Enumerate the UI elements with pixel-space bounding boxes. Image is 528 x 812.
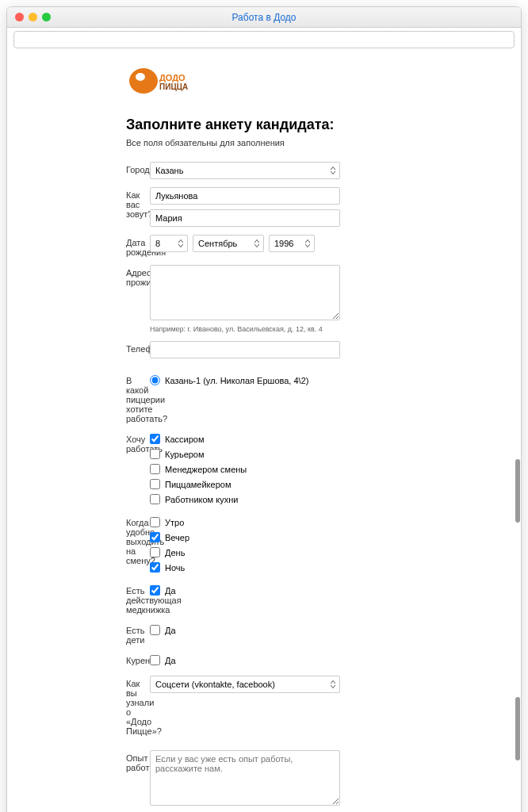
lastname-input[interactable] (150, 187, 340, 205)
shift-check-2[interactable] (150, 532, 160, 542)
source-select[interactable]: Соцсети (vkontakte, facebook) (150, 676, 340, 693)
medbook-option[interactable]: Да (150, 583, 340, 598)
phone-input[interactable] (150, 341, 340, 358)
label-pizzeria: В какой пиццерии хотите работать? (31, 373, 150, 423)
pizzeria-option-1[interactable]: Казань-1 (ул. Николая Ершова, 4\2) (150, 373, 340, 388)
scrollbar-thumb[interactable] (515, 697, 520, 760)
role-check-4[interactable] (150, 479, 160, 489)
label-source: Как вы узнали о «Додо Пицце»? (31, 676, 150, 736)
label-address: Адрес проживания (31, 265, 150, 287)
label-smoke: Курение (31, 653, 150, 665)
browser-window: Работа в Додо ДОДОПИЦЦА Заполните анкету… (6, 6, 522, 812)
label-dob: Дата рождения (31, 235, 150, 257)
label-name: Как вас зовут? (31, 187, 150, 219)
label-phone: Телефон (31, 341, 150, 354)
scrollbar-thumb[interactable] (515, 459, 520, 523)
role-check-3[interactable] (150, 464, 160, 474)
url-bar[interactable] (13, 31, 515, 48)
role-option-kitchen[interactable]: Работником кухни (150, 492, 340, 507)
medbook-check[interactable] (150, 585, 160, 596)
svg-point-0 (129, 68, 158, 94)
smoke-option[interactable]: Да (150, 653, 340, 668)
role-check-5[interactable] (150, 494, 160, 504)
firstname-input[interactable] (150, 209, 340, 227)
label-city: Город (31, 162, 150, 174)
role-option-courier[interactable]: Курьером (150, 446, 340, 462)
svg-text:ДОДО: ДОДО (159, 73, 186, 82)
dob-day-select[interactable]: 8 (150, 235, 188, 252)
shift-option-day[interactable]: День (150, 545, 340, 560)
city-select[interactable]: Казань (150, 162, 340, 179)
kids-option[interactable]: Да (150, 622, 340, 638)
page-content: ДОДОПИЦЦА Заполните анкету кандидата: Вс… (7, 53, 521, 812)
label-exp: Опыт работы (31, 750, 150, 772)
kids-check[interactable] (150, 625, 160, 635)
label-shift: Когда удобно выходить на смену? (31, 515, 150, 565)
role-option-pizzamaker[interactable]: Пиццамейкером (150, 477, 340, 492)
label-role: Хочу работать (31, 431, 150, 454)
address-hint: Например: г. Иваново, ул. Васильевская, … (150, 325, 340, 333)
shift-check-1[interactable] (150, 517, 160, 527)
page-heading: Заполните анкету кандидата: (126, 117, 497, 133)
role-check-1[interactable] (150, 434, 160, 444)
dob-year-select[interactable]: 1996 (269, 235, 315, 252)
label-medbook: Есть действующая медкнижка (31, 583, 150, 615)
shift-option-evening[interactable]: Вечер (150, 530, 340, 545)
dob-month-select[interactable]: Сентябрь (193, 235, 264, 252)
svg-text:ПИЦЦА: ПИЦЦА (159, 82, 188, 91)
dodo-logo: ДОДОПИЦЦА (126, 61, 197, 101)
titlebar: Работа в Додо (7, 7, 521, 28)
page-subtitle: Все поля обязательны для заполнения (126, 138, 497, 147)
role-option-cashier[interactable]: Кассиром (150, 431, 340, 446)
role-option-manager[interactable]: Менеджером смены (150, 462, 340, 477)
smoke-check[interactable] (150, 655, 160, 665)
exp-textarea[interactable] (150, 750, 340, 806)
shift-check-3[interactable] (150, 547, 160, 557)
shift-option-morning[interactable]: Утро (150, 515, 340, 530)
role-check-2[interactable] (150, 449, 160, 459)
pizzeria-radio-1[interactable] (150, 375, 160, 385)
svg-point-1 (136, 73, 145, 81)
shift-check-4[interactable] (150, 562, 160, 573)
label-kids: Есть дети (31, 622, 150, 645)
shift-option-night[interactable]: Ночь (150, 560, 340, 575)
window-title: Работа в Додо (7, 12, 521, 23)
address-textarea[interactable] (150, 265, 340, 320)
